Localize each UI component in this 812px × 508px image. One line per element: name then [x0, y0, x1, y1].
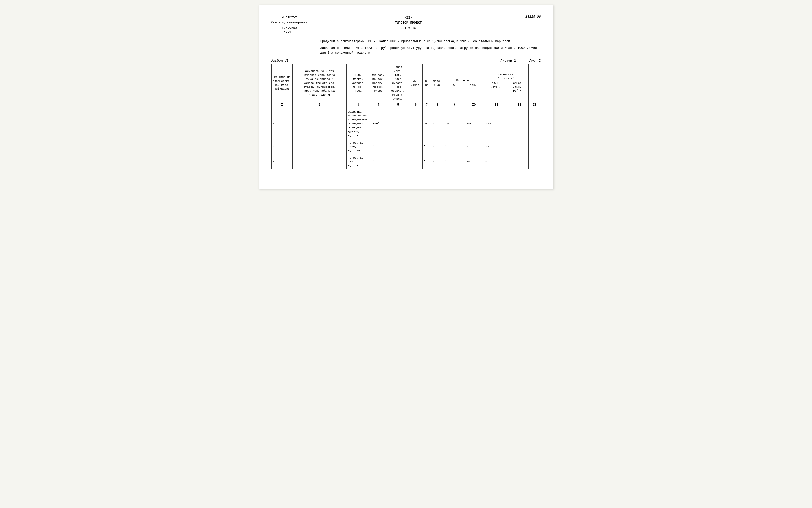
col-num-6: 6 [409, 102, 423, 108]
col-num-4: 4 [370, 102, 387, 108]
sheets-info: Листов 2 Лист I [500, 59, 541, 63]
row3-weight-unit: 29 [465, 154, 483, 169]
col-num-11: II [483, 102, 510, 108]
th-type: Тип,марка,каталог,№ чер-тежа [347, 64, 370, 102]
table-row: 2 То же, Ду =200,Ру = 10 –"– " 6 " I25 7… [271, 139, 541, 154]
doc-id: 13115-06 [509, 15, 541, 19]
th-cost-unit: един./руб./ [484, 81, 507, 93]
row3-type: –"– [370, 154, 387, 169]
header-section: Институт Союзводоканалпроект г.Москва 19… [271, 15, 541, 35]
th-cost: Стоимость/по смете/ един./руб./ общая/ты… [483, 64, 528, 102]
sheet-label: Лист I [529, 59, 541, 63]
th-weight: Вес в кг Един. общ. [443, 64, 483, 102]
col-num-5: 5 [387, 102, 409, 108]
col-num-12: I2 [511, 102, 529, 108]
th-cost-total: общая/тыс.руб./ [507, 81, 527, 93]
table-row: 3 То же, Ду =80,Ру =10 –"– " I " 29 29 [271, 154, 541, 169]
album-label: Альбом VI [271, 59, 288, 63]
row3-qty: I [431, 154, 443, 169]
institute-line1: Институт [271, 15, 308, 20]
th-qty: К-во [423, 64, 431, 102]
row2-type: –"– [370, 139, 387, 154]
header-center: -II- ТИПОВОЙ ПРОЕКТ 901-6-46 [308, 15, 509, 31]
th-name: Наименование и тех-ническая характерис-т… [293, 64, 347, 102]
project-code: 901-6-46 [313, 26, 504, 31]
row1-type: 30ч6бр [370, 108, 387, 139]
row2-num: 2 [271, 139, 293, 154]
header-left: Институт Союзводоканалпроект г.Москва 19… [271, 15, 308, 35]
sheets-label: Листов 2 [500, 59, 516, 63]
row3-name: То же, Ду =80,Ру =10 [347, 154, 370, 169]
album-info: Альбом VI Листов 2 Лист I [271, 59, 541, 63]
row3-cost-unit [511, 154, 529, 169]
col-num-7: 7 [423, 102, 431, 108]
row1-pos [387, 108, 409, 139]
th-factory: Заводизго-тов./дляимпорт-ногооборуд.,стр… [387, 64, 409, 102]
row2-pos [387, 139, 409, 154]
col-num-3: 3 [347, 102, 370, 108]
th-weight-unit: Един. [445, 83, 465, 87]
th-num: №№ Шифр поппобщесоюз-ной клас-сификации [271, 64, 293, 102]
row1-num: I [271, 108, 293, 139]
row1-qty: 6 [431, 108, 443, 139]
row2-cost-total [528, 139, 541, 154]
institute-line3: г.Москва [271, 25, 308, 31]
row2-name: То же, Ду =200,Ру = 10 [347, 139, 370, 154]
row1-weight-total: I5I8 [483, 108, 510, 139]
row2-mat: " [443, 139, 465, 154]
description-line2: Заказная спецификация 3-ТВ/З на трубопро… [321, 46, 541, 55]
row1-name: Задвижка параллельнаяс выдвижным шпиндел… [347, 108, 370, 139]
table-row: I Задвижка параллельнаяс выдвижным шпинд… [271, 108, 541, 139]
row2-weight-unit: I25 [465, 139, 483, 154]
description-line1: Градирни с вентиляторами 2ВГ 70 капельны… [321, 39, 541, 44]
th-mat: Мате-риал [431, 64, 443, 102]
weight-nested: Един. общ. [445, 83, 481, 87]
description-block: Градирни с вентиляторами 2ВГ 70 капельны… [271, 39, 541, 55]
header-right: 13115-06 [509, 15, 541, 19]
row1-factory [409, 108, 423, 139]
row1-weight-unit: 253 [465, 108, 483, 139]
row3-weight-total: 29 [483, 154, 510, 169]
cost-nested: един./руб./ общая/тыс.руб./ [484, 81, 527, 93]
row1-cost-unit [511, 108, 529, 139]
row2-unit: " [423, 139, 431, 154]
document-page: Институт Союзводоканалпроект г.Москва 19… [259, 5, 554, 189]
th-pos: №№ поз.по тех-нологи-ческойсхеме [370, 64, 387, 102]
col-num-2: 2 [293, 102, 347, 108]
col-num-10: IO [465, 102, 483, 108]
row3-cipher [293, 154, 347, 169]
row3-num: 3 [271, 154, 293, 169]
row1-cost-total [528, 108, 541, 139]
col-num-13: I3 [528, 102, 541, 108]
row3-mat: " [443, 154, 465, 169]
row1-mat: чуг. [443, 108, 465, 139]
row3-cost-total [528, 154, 541, 169]
institute-line4: 1973г. [271, 30, 308, 35]
institute-line2: Союзводоканалпроект [271, 20, 308, 25]
row3-unit: " [423, 154, 431, 169]
col-num-9: 9 [443, 102, 465, 108]
row3-factory [409, 154, 423, 169]
row2-cipher [293, 139, 347, 154]
row2-weight-total: 750 [483, 139, 510, 154]
doc-number: -II- [313, 15, 504, 20]
main-table: №№ Шифр поппобщесоюз-ной клас-сификации … [271, 64, 541, 169]
project-title: ТИПОВОЙ ПРОЕКТ [313, 20, 504, 26]
col-num-1: I [271, 102, 293, 108]
row2-qty: 6 [431, 139, 443, 154]
row1-cipher [293, 108, 347, 139]
row2-factory [409, 139, 423, 154]
row1-unit: шт [423, 108, 431, 139]
col-num-8: 8 [431, 102, 443, 108]
th-weight-total: общ. [465, 83, 481, 87]
column-numbers-row: I 2 3 4 5 6 7 8 9 IO II I2 I3 [271, 102, 541, 108]
header-row: №№ Шифр поппобщесоюз-ной клас-сификации … [271, 64, 541, 102]
row2-cost-unit [511, 139, 529, 154]
th-unit: Един.измер. [409, 64, 423, 102]
row3-pos [387, 154, 409, 169]
